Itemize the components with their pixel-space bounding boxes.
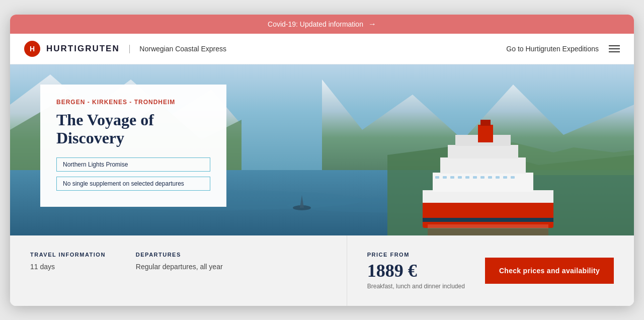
- svg-rect-30: [423, 218, 553, 222]
- svg-rect-26: [488, 176, 492, 179]
- svg-rect-28: [503, 176, 507, 179]
- travel-info-value: 11 days: [30, 263, 106, 271]
- svg-rect-23: [465, 176, 469, 179]
- hamburger-line: [609, 45, 620, 46]
- svg-rect-32: [428, 224, 548, 228]
- hamburger-line: [609, 51, 620, 52]
- info-right: PRICE FROM 1889 € Breakfast, lunch and d…: [347, 235, 634, 306]
- svg-rect-27: [496, 176, 500, 179]
- voyage-title-line2: Discovery: [56, 129, 124, 147]
- svg-rect-14: [440, 157, 526, 174]
- price-amount: 1889 €: [367, 262, 465, 280]
- hero-section: BERGEN - KIRKENES - TRONDHEIM The Voyage…: [10, 64, 634, 235]
- svg-rect-20: [443, 176, 447, 179]
- covid-banner-arrow: →: [368, 20, 376, 29]
- info-left: TRAVEL INFORMATION 11 days DEPARTURES Re…: [10, 235, 347, 306]
- price-block: PRICE FROM 1889 € Breakfast, lunch and d…: [367, 252, 465, 290]
- expeditions-link[interactable]: Go to Hurtigruten Expeditions: [506, 45, 599, 53]
- badges-container: Northern Lights Promise No single supple…: [56, 157, 210, 191]
- northern-lights-badge[interactable]: Northern Lights Promise: [56, 157, 210, 172]
- svg-rect-22: [458, 176, 462, 179]
- price-note: Breakfast, lunch and dinner included: [367, 283, 465, 290]
- svg-rect-31: [428, 228, 548, 235]
- browser-frame: Covid-19: Updated information → H HURTIG…: [10, 15, 634, 306]
- logo-area: H HURTIGRUTEN | Norwegian Coastal Expres…: [24, 41, 226, 57]
- voyage-title: The Voyage of Discovery: [56, 111, 210, 148]
- hamburger-menu[interactable]: [609, 45, 620, 52]
- single-supplement-badge[interactable]: No single supplement on selected departu…: [56, 177, 210, 191]
- site-header: H HURTIGRUTEN | Norwegian Coastal Expres…: [10, 34, 634, 64]
- svg-rect-11: [423, 200, 553, 228]
- brand-name: HURTIGRUTEN: [46, 44, 120, 54]
- travel-info-label: TRAVEL INFORMATION: [30, 252, 106, 258]
- svg-rect-24: [473, 176, 477, 179]
- brand-subtitle: Norwegian Coastal Express: [139, 45, 226, 53]
- logo-icon: H: [24, 41, 40, 57]
- departures-value: Regular departures, all year: [136, 263, 223, 271]
- route-label: BERGEN - KIRKENES - TRONDHEIM: [56, 99, 210, 106]
- svg-rect-29: [511, 176, 515, 179]
- svg-rect-18: [480, 120, 491, 126]
- logo-separator: |: [129, 43, 131, 54]
- svg-rect-19: [435, 176, 439, 179]
- travel-info-section: TRAVEL INFORMATION 11 days: [30, 252, 136, 290]
- svg-rect-12: [423, 190, 553, 203]
- svg-rect-15: [448, 145, 518, 158]
- departures-label: DEPARTURES: [136, 252, 223, 258]
- covid-banner-text: Covid-19: Updated information: [268, 20, 363, 28]
- hamburger-line: [609, 48, 620, 49]
- departures-section: DEPARTURES Regular departures, all year: [136, 252, 253, 290]
- svg-rect-17: [478, 125, 493, 142]
- covid-banner[interactable]: Covid-19: Updated information →: [10, 15, 634, 34]
- hero-card: BERGEN - KIRKENES - TRONDHEIM The Voyage…: [40, 85, 226, 207]
- voyage-title-line1: The Voyage of: [56, 111, 154, 129]
- price-from-label: PRICE FROM: [367, 252, 465, 258]
- info-strip: TRAVEL INFORMATION 11 days DEPARTURES Re…: [10, 235, 634, 306]
- header-nav: Go to Hurtigruten Expeditions: [506, 45, 620, 53]
- check-prices-button[interactable]: Check prices and availability: [485, 258, 614, 284]
- svg-rect-21: [450, 176, 454, 179]
- svg-rect-13: [433, 173, 533, 192]
- svg-rect-25: [480, 176, 485, 179]
